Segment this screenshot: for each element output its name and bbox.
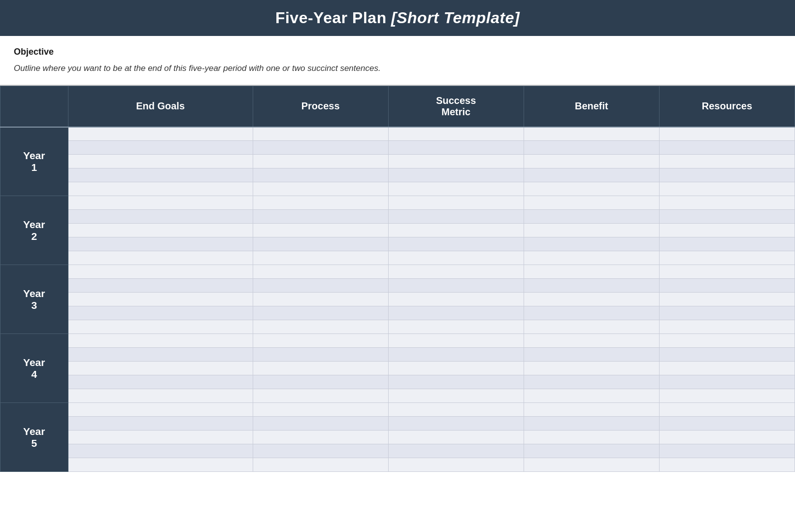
data-cell[interactable]: [68, 362, 253, 375]
data-cell[interactable]: [253, 334, 388, 348]
data-cell[interactable]: [659, 182, 795, 196]
data-cell[interactable]: [659, 168, 795, 182]
data-cell[interactable]: [524, 389, 659, 403]
data-cell[interactable]: [659, 155, 795, 168]
data-cell[interactable]: [659, 431, 795, 444]
data-cell[interactable]: [68, 403, 253, 417]
data-cell[interactable]: [253, 182, 388, 196]
data-cell[interactable]: [253, 196, 388, 210]
data-cell[interactable]: [524, 334, 659, 348]
data-cell[interactable]: [524, 320, 659, 334]
data-cell[interactable]: [524, 279, 659, 293]
data-cell[interactable]: [659, 251, 795, 265]
data-cell[interactable]: [659, 306, 795, 320]
data-cell[interactable]: [524, 237, 659, 251]
data-cell[interactable]: [68, 389, 253, 403]
data-cell[interactable]: [524, 127, 659, 141]
data-cell[interactable]: [524, 362, 659, 375]
data-cell[interactable]: [68, 265, 253, 279]
data-cell[interactable]: [659, 403, 795, 417]
data-cell[interactable]: [524, 431, 659, 444]
data-cell[interactable]: [659, 375, 795, 389]
data-cell[interactable]: [253, 279, 388, 293]
data-cell[interactable]: [524, 375, 659, 389]
data-cell[interactable]: [253, 458, 388, 472]
data-cell[interactable]: [68, 279, 253, 293]
data-cell[interactable]: [388, 458, 524, 472]
data-cell[interactable]: [659, 320, 795, 334]
data-cell[interactable]: [388, 196, 524, 210]
data-cell[interactable]: [253, 417, 388, 431]
data-cell[interactable]: [388, 237, 524, 251]
data-cell[interactable]: [659, 279, 795, 293]
data-cell[interactable]: [388, 306, 524, 320]
data-cell[interactable]: [524, 251, 659, 265]
data-cell[interactable]: [68, 127, 253, 141]
data-cell[interactable]: [388, 375, 524, 389]
data-cell[interactable]: [524, 141, 659, 155]
data-cell[interactable]: [253, 141, 388, 155]
data-cell[interactable]: [253, 293, 388, 306]
data-cell[interactable]: [68, 251, 253, 265]
data-cell[interactable]: [524, 196, 659, 210]
data-cell[interactable]: [388, 403, 524, 417]
data-cell[interactable]: [524, 417, 659, 431]
data-cell[interactable]: [388, 444, 524, 458]
data-cell[interactable]: [524, 182, 659, 196]
data-cell[interactable]: [388, 389, 524, 403]
data-cell[interactable]: [659, 389, 795, 403]
data-cell[interactable]: [68, 155, 253, 168]
data-cell[interactable]: [253, 444, 388, 458]
data-cell[interactable]: [524, 306, 659, 320]
data-cell[interactable]: [659, 417, 795, 431]
data-cell[interactable]: [68, 306, 253, 320]
data-cell[interactable]: [659, 127, 795, 141]
data-cell[interactable]: [524, 155, 659, 168]
data-cell[interactable]: [388, 210, 524, 224]
data-cell[interactable]: [524, 224, 659, 237]
data-cell[interactable]: [524, 293, 659, 306]
data-cell[interactable]: [388, 251, 524, 265]
data-cell[interactable]: [524, 265, 659, 279]
data-cell[interactable]: [68, 293, 253, 306]
data-cell[interactable]: [659, 362, 795, 375]
data-cell[interactable]: [253, 362, 388, 375]
data-cell[interactable]: [659, 237, 795, 251]
data-cell[interactable]: [659, 444, 795, 458]
data-cell[interactable]: [524, 210, 659, 224]
data-cell[interactable]: [388, 431, 524, 444]
data-cell[interactable]: [388, 168, 524, 182]
data-cell[interactable]: [388, 224, 524, 237]
data-cell[interactable]: [524, 458, 659, 472]
data-cell[interactable]: [524, 168, 659, 182]
data-cell[interactable]: [68, 458, 253, 472]
data-cell[interactable]: [388, 182, 524, 196]
data-cell[interactable]: [68, 168, 253, 182]
data-cell[interactable]: [253, 375, 388, 389]
data-cell[interactable]: [659, 348, 795, 362]
data-cell[interactable]: [68, 196, 253, 210]
data-cell[interactable]: [253, 403, 388, 417]
data-cell[interactable]: [388, 141, 524, 155]
data-cell[interactable]: [388, 293, 524, 306]
data-cell[interactable]: [68, 375, 253, 389]
data-cell[interactable]: [253, 127, 388, 141]
data-cell[interactable]: [253, 168, 388, 182]
data-cell[interactable]: [659, 293, 795, 306]
data-cell[interactable]: [68, 237, 253, 251]
data-cell[interactable]: [253, 389, 388, 403]
data-cell[interactable]: [524, 403, 659, 417]
data-cell[interactable]: [68, 210, 253, 224]
data-cell[interactable]: [68, 444, 253, 458]
data-cell[interactable]: [253, 306, 388, 320]
data-cell[interactable]: [253, 155, 388, 168]
data-cell[interactable]: [659, 334, 795, 348]
data-cell[interactable]: [524, 348, 659, 362]
data-cell[interactable]: [253, 431, 388, 444]
data-cell[interactable]: [388, 362, 524, 375]
data-cell[interactable]: [68, 320, 253, 334]
data-cell[interactable]: [659, 458, 795, 472]
data-cell[interactable]: [388, 265, 524, 279]
data-cell[interactable]: [253, 320, 388, 334]
data-cell[interactable]: [68, 334, 253, 348]
